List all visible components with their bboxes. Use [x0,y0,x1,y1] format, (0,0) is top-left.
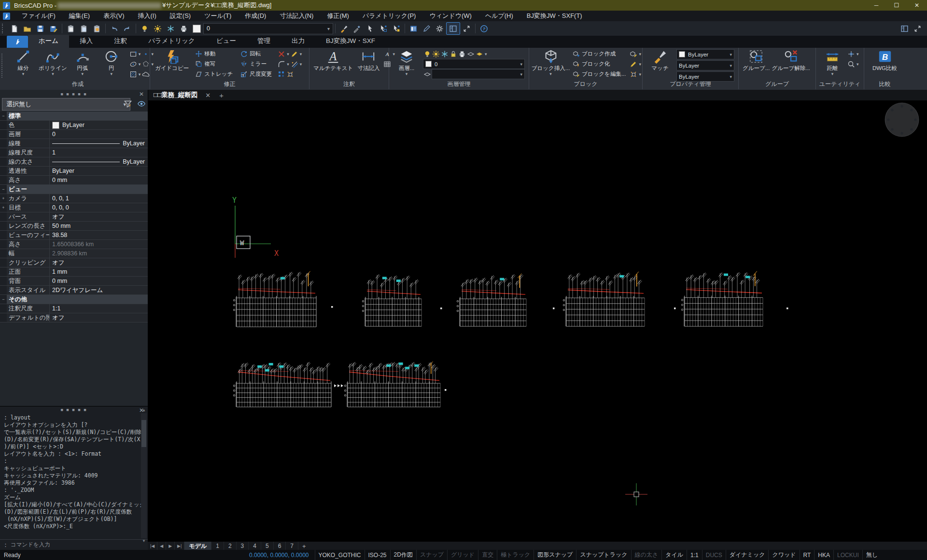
status-toggle[interactable]: RT [800,550,815,560]
status-toggle[interactable]: YOKO_GOTHIC [315,550,365,560]
property-row[interactable]: 幅 2.908836 km [0,249,148,258]
hatch-tool-icon[interactable] [129,70,137,78]
status-toggle[interactable]: 線の太さ [631,550,662,560]
modify-tool-button[interactable]: 移動 [195,49,233,59]
menu-item[interactable]: 設定(S) [163,12,197,20]
guide-copy-button[interactable]: ガイドコピー [155,49,189,72]
layer-state-dropdown[interactable]: ▾ [432,69,525,79]
row-expander[interactable] [0,157,7,166]
row-expander[interactable] [0,313,7,322]
property-row[interactable]: − 標準 [0,112,148,121]
selection-filter-dropdown[interactable]: 選択無し ▾ [2,98,130,111]
distance-button[interactable]: 距離 ▾ [819,49,846,76]
row-expander[interactable] [0,167,7,175]
revision-cloud-icon[interactable] [142,70,150,78]
ribbon-tab[interactable]: 出力 [281,35,315,48]
layout-tab[interactable]: 7 [286,542,298,550]
array-icon[interactable] [278,70,285,78]
layer-dropdown[interactable]: 0 ▾ [203,23,333,34]
status-toggle[interactable]: 2D作図 [390,550,416,560]
zoom-tool-icon[interactable] [847,60,855,68]
menu-item[interactable]: 挿入(I) [131,12,163,20]
status-toggle[interactable]: HKA [814,550,833,560]
ribbon-mode-button[interactable] [898,23,911,34]
layer-state-icon[interactable] [467,50,475,58]
property-row[interactable]: 色 ByLayer [0,121,148,130]
row-expander[interactable] [0,148,7,157]
status-toggle[interactable]: ISO-25 [365,550,390,560]
row-expander[interactable] [0,130,7,139]
property-row[interactable]: 線種 ByLayer [0,139,148,148]
menu-item[interactable]: ウィンドウ(W) [422,12,478,20]
copy-button[interactable] [77,23,90,34]
maximize-button[interactable]: ☐ [886,0,907,11]
property-row[interactable]: ビューのフィールド 38.58 [0,231,148,240]
row-expander[interactable] [0,304,7,313]
row-expander[interactable] [0,121,7,129]
create-tool-button[interactable]: 円弧 ▾ [69,49,96,76]
settings-button[interactable] [433,23,446,34]
menu-item[interactable]: 修正(M) [320,12,356,20]
property-row[interactable]: 線種尺度 1 [0,148,148,157]
row-expander[interactable] [0,286,7,294]
status-toggle[interactable]: DUCS [702,550,726,560]
ribbon-tab[interactable]: 挿入 [69,35,103,48]
save-button[interactable] [34,23,47,34]
modify-tool-button[interactable]: 回転 [240,49,272,59]
layout-nav-button[interactable]: ▶| [175,542,184,550]
ui-config-button[interactable] [911,23,924,34]
status-toggle[interactable]: ダイナミック [726,550,769,560]
property-dropdown[interactable]: ByLayer ▾ [676,49,734,59]
menu-item[interactable]: 作成(D) [238,12,273,20]
properties-panel-grip[interactable]: ■ ■ ■ ■ ■ [0,92,148,97]
status-toggle[interactable]: LOCKUI [833,550,862,560]
row-expander[interactable]: − [0,112,7,120]
property-row[interactable]: クリッピング オフ [0,258,148,267]
menu-item[interactable]: 寸法記入(N) [273,12,320,20]
ellipse-tool-icon[interactable] [129,60,137,68]
layers-button[interactable]: 画層... ▾ [393,49,420,76]
property-row[interactable]: + カメラ 0, 0, 1 [0,194,148,203]
match-properties-button[interactable] [337,23,351,34]
block-tool-button[interactable]: ブロック化 [573,59,626,69]
row-expander[interactable] [0,249,7,258]
annotation-button[interactable] [420,23,433,34]
status-toggle[interactable]: スナップ [416,550,447,560]
row-expander[interactable] [0,267,7,276]
property-row[interactable]: レンズの長さ 50 mm [0,222,148,231]
row-expander[interactable] [0,277,7,285]
filter-icon[interactable] [124,99,132,108]
create-tool-button[interactable]: 円 ▾ [98,49,125,76]
select-button[interactable] [364,23,377,34]
modify-tool-button[interactable]: ストレッチ [195,69,233,79]
property-row[interactable]: 透過性 ByLayer [0,167,148,176]
scroll-up-icon[interactable]: ▲ [141,407,147,413]
layer-freeze-button[interactable] [164,23,177,34]
status-toggle[interactable]: 無し [862,550,881,560]
menu-item[interactable]: 表示(V) [97,12,131,20]
property-row[interactable]: 高さ 0 mm [0,176,148,185]
menu-item[interactable]: ヘルプ(H) [478,12,520,20]
property-row[interactable]: − その他 [0,295,148,304]
property-row[interactable]: デフォルトの照明 オフ [0,313,148,322]
fillet-icon[interactable] [278,60,285,68]
status-toggle[interactable]: 極トラック [497,550,534,560]
row-expander[interactable] [0,139,7,148]
menu-item[interactable]: BJ変換JW・SXF(T) [520,12,589,20]
property-row[interactable]: + 目標 0, 0, 0 [0,203,148,212]
group-tool-button[interactable]: グループ解除... [772,49,810,72]
erase-icon[interactable] [291,50,298,58]
status-toggle[interactable]: 直交 [478,550,497,560]
layer-plot-icon[interactable] [458,50,466,58]
modify-tool-button[interactable]: ミラー [240,59,272,69]
status-toggle[interactable]: クワッド [768,550,799,560]
menu-item[interactable]: パラメトリック(P) [356,12,422,20]
status-toggle[interactable]: 図形スナップ [534,550,576,560]
current-color-swatch[interactable] [193,25,201,33]
ribbon-tab[interactable]: パラメトリック [138,35,206,48]
property-dropdown[interactable]: ByLayer ▾ [676,60,734,70]
row-expander[interactable]: − [0,185,7,194]
layout-nav-button[interactable]: ◀ [157,542,166,550]
polygon-tool-icon[interactable] [142,60,150,68]
layer-on-icon[interactable] [423,50,431,58]
